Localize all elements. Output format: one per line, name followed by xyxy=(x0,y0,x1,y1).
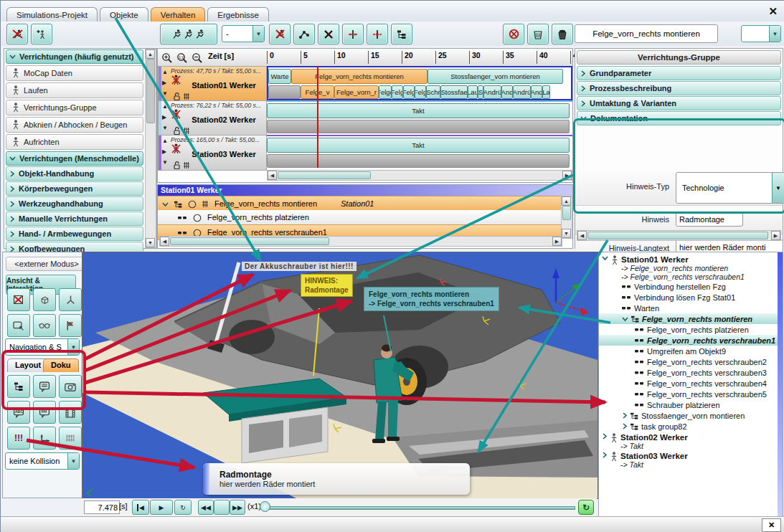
gantt-bar[interactable]: Felg xyxy=(392,85,403,99)
gantt-bar[interactable]: Takt xyxy=(267,103,570,118)
scroll-right-icon[interactable]: ▶ xyxy=(552,237,562,246)
chevron-down-icon[interactable] xyxy=(162,199,169,208)
fast-forward-button[interactable]: ▶▶ xyxy=(230,500,245,515)
bubble-lines-button[interactable] xyxy=(33,401,56,424)
hinweis-typ-dropdown[interactable]: Technologie ▼ xyxy=(676,172,784,204)
section-umtaktung-varianten[interactable]: Umtaktung & Varianten xyxy=(577,96,781,110)
path-nodes-button[interactable] xyxy=(293,24,315,44)
hierarchy-button[interactable] xyxy=(7,375,30,398)
fence-button[interactable] xyxy=(59,427,82,450)
tree-item-schrauber-platzieren[interactable]: Schrauber platzieren xyxy=(599,399,783,410)
tree-item-felge-vorn-rechts-verschrauben4[interactable]: Felge_vorn_rechts verschrauben4 xyxy=(599,378,783,389)
gantt-bar[interactable] xyxy=(267,120,570,133)
time-slider-handle[interactable] xyxy=(260,501,270,512)
tree-item-station01-werker[interactable]: Station01 Werker-> Felge_vorn_rechts mon… xyxy=(599,254,783,281)
gantt-bar[interactable]: Felge xyxy=(379,85,392,99)
tree-item-verbindung-lösen-fzg-stat01[interactable]: Verbindung lösen Fzg Stat01 xyxy=(599,292,783,303)
camera-button[interactable] xyxy=(59,375,82,398)
station-label[interactable]: Prozess: 76,22 s / Takt: 55,00 s...▲▶▼St… xyxy=(158,100,267,136)
film-button[interactable] xyxy=(59,401,82,424)
flag-button[interactable] xyxy=(59,314,82,337)
catalogue-scrollbar[interactable]: ▲ ▼ xyxy=(145,49,156,248)
gantt-bar[interactable]: Andrü xyxy=(483,85,501,99)
task-variant-dropdown[interactable]: ▼ xyxy=(741,25,781,42)
sequence-row[interactable]: Felge_vorn_rechts platzieren xyxy=(158,210,561,224)
gantt-bar[interactable]: And xyxy=(531,85,542,99)
hinweis-input[interactable] xyxy=(676,212,743,227)
row-expand-icon[interactable]: ▶ xyxy=(162,80,166,86)
station-label[interactable]: Prozess: 165,00 s / Takt: 55,00...▲▶▼Sta… xyxy=(158,135,267,171)
station-label[interactable]: Prozess: 47,70 s / Takt: 55,00 s...▲▶▼St… xyxy=(158,66,267,102)
split-add-button[interactable] xyxy=(367,24,388,44)
exclaim-button[interactable]: !!! xyxy=(7,427,30,450)
gantt-lane[interactable]: Takt xyxy=(267,100,572,135)
playhead-line[interactable] xyxy=(317,66,318,168)
gantt-bar[interactable]: Felge_vorn_rechts montieren xyxy=(291,69,428,84)
tab-simulations-projekt[interactable]: Simulations-Projekt xyxy=(6,7,98,22)
tab-ergebnisse[interactable]: Ergebnisse xyxy=(207,7,269,22)
tree-item-warten[interactable]: Warten xyxy=(599,303,783,313)
section-grundparameter[interactable]: Grundparameter xyxy=(577,66,781,80)
gantt-bar[interactable]: S xyxy=(478,85,483,99)
gantt-bar[interactable]: Schr xyxy=(426,85,440,99)
simulation-run-button[interactable] xyxy=(160,24,217,44)
bubble-abc-button[interactable]: ABC xyxy=(7,401,30,424)
play-button[interactable]: ▶ xyxy=(150,500,173,515)
row-collapse-icon[interactable]: ▲ xyxy=(162,69,168,75)
gantt-bar[interactable]: La xyxy=(542,85,550,99)
gantt-lane[interactable]: WarteFelge_vorn_rechts montierenStossfae… xyxy=(267,66,572,100)
tree-scrollbar[interactable] xyxy=(778,252,783,516)
properties-hscrollbar[interactable]: ◀ ▶ xyxy=(577,230,781,241)
row-collapse-icon[interactable]: ▲ xyxy=(162,103,168,110)
rewind-button[interactable]: ◀◀ xyxy=(198,500,214,515)
measure-button[interactable] xyxy=(33,427,56,450)
timeline-hscrollbar[interactable]: ◀ ▶ xyxy=(267,170,572,181)
scroll-up-icon[interactable]: ▲ xyxy=(562,196,571,206)
sequence-hscrollbar[interactable]: ◀ ▶ xyxy=(159,236,562,247)
sequence-row[interactable]: Felge_vorn_rechts montierenStation01 xyxy=(158,196,561,212)
split-button[interactable] xyxy=(342,24,364,44)
select-box-button[interactable] xyxy=(7,314,30,337)
gantt-bar[interactable]: And xyxy=(501,85,513,99)
catalogue-item-verrichtungs-gruppe[interactable]: Verrichtungs-Gruppe xyxy=(6,100,143,115)
catalogue-group-header[interactable]: Verrichtungen (häufig genutzt) xyxy=(6,49,143,64)
scroll-left-icon[interactable]: ◀ xyxy=(268,171,277,180)
gantt-bar[interactable] xyxy=(268,85,301,99)
tree-item-felge-vorn-rechts-verschrauben3[interactable]: Felge_vorn_rechts verschrauben3 xyxy=(599,367,783,378)
row-expand-icon[interactable]: ▶ xyxy=(162,114,166,120)
tree-item-task-group82[interactable]: task group82 xyxy=(599,421,783,432)
tree-item-felge-vorn-rechts-verschrauben1[interactable]: Felge_vorn_rechts verschrauben1 xyxy=(599,335,783,346)
tree-item-felge-vorn-rechts-platzieren[interactable]: Felge_vorn_rechts platzieren xyxy=(599,324,783,335)
gantt-bar[interactable]: Takt xyxy=(267,138,570,153)
collision-dropdown[interactable]: keine Kollision▼ xyxy=(5,452,80,470)
catalogue-folder-hand-armbewegungen[interactable]: Hand- / Armbewegungen xyxy=(6,227,143,241)
catalogue-group-header[interactable]: Verrichtungen (Menschmodelle) xyxy=(6,151,143,166)
scroll-left-icon[interactable]: ◀ xyxy=(160,237,169,246)
no-view-button[interactable] xyxy=(7,288,30,311)
sequence-vscrollbar[interactable]: ▲ ▼ xyxy=(561,196,572,239)
time-slider-track[interactable] xyxy=(267,506,575,510)
catalogue-folder-werkzeughandhabung[interactable]: Werkzeughandhabung xyxy=(6,196,143,211)
scroll-up-icon[interactable]: ▲ xyxy=(146,49,155,59)
forbidden-button[interactable] xyxy=(503,24,524,44)
tab-verhalten[interactable]: Verhalten xyxy=(151,7,206,22)
glasses-button[interactable] xyxy=(33,314,56,337)
tree-item-stossfaenger-vorn-montieren[interactable]: Stossfaenger_vorn montieren xyxy=(599,410,783,421)
row-drop-icon[interactable]: ▼ xyxy=(162,125,168,131)
tree-item-felge-vorn-rechts-verschrauben2[interactable]: Felge_vorn_rechts verschrauben2 xyxy=(599,356,783,367)
hierarchy-button[interactable] xyxy=(391,24,412,44)
section-dokumentation[interactable]: Dokumentation xyxy=(577,111,781,125)
tree-item-verbindung-herstellen-fzg[interactable]: Verbindung herstellen Fzg xyxy=(599,281,783,292)
time-input[interactable] xyxy=(84,500,120,514)
catalogue-item-mocap-daten[interactable]: MoCap Daten xyxy=(6,65,143,81)
scroll-left-icon[interactable]: ◀ xyxy=(577,231,587,240)
simulation-filter-dropdown[interactable]: -▼ xyxy=(222,25,265,42)
catalogue-folder-manuelle-verrichtungen[interactable]: Manuelle Verrichtungen xyxy=(6,212,143,226)
tree-item-umgreifen-am-objekt9[interactable]: Umgreifen am Objekt9 xyxy=(599,346,783,356)
gantt-bar[interactable]: Stossfae xyxy=(440,85,468,99)
clock-button[interactable] xyxy=(214,500,230,515)
walk-delete-button[interactable] xyxy=(269,24,291,44)
scroll-right-icon[interactable]: ▶ xyxy=(771,231,780,240)
catalogue-item-abknien-abhocken-beugen[interactable]: Abknien / Abhocken / Beugen xyxy=(6,117,143,133)
gantt-bar[interactable] xyxy=(267,154,570,168)
